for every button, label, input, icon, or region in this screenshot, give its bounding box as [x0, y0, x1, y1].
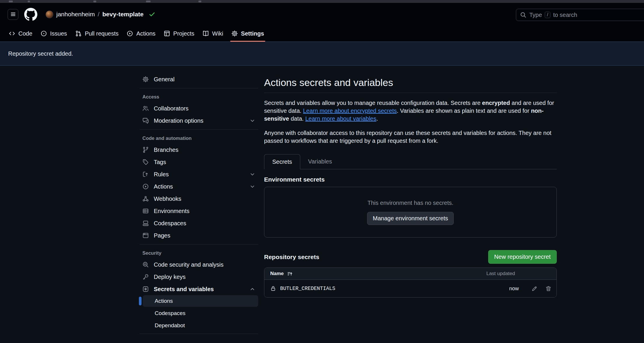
sidebar-subitem-codespaces[interactable]: Codespaces — [139, 307, 258, 319]
tab-code[interactable]: Code — [5, 26, 36, 41]
sidebar-item-moderation-options[interactable]: Moderation options — [139, 115, 258, 127]
text: . — [376, 115, 378, 122]
tab-label: Code — [18, 30, 32, 37]
link-variables[interactable]: Learn more about variables — [305, 115, 376, 122]
table-row: BUTLER_CREDENTIALS now — [264, 280, 556, 297]
hamburger-menu-button[interactable] — [8, 9, 18, 20]
flash-banner: Repository secret added. — [0, 42, 644, 66]
sidebar-section-code-automation: Code and automation — [139, 132, 258, 144]
sidebar-item-label: Actions — [155, 298, 173, 304]
divider — [264, 93, 557, 93]
environment-secrets-box: This environment has no secrets. Manage … — [264, 187, 557, 238]
edit-secret-button[interactable] — [531, 286, 537, 292]
sidebar-item-rules[interactable]: Rules — [139, 168, 258, 180]
sidebar-item-label: Code security and analysis — [154, 261, 224, 268]
divider — [139, 334, 258, 334]
pencil-icon — [531, 286, 537, 292]
column-header-name[interactable]: Name — [270, 271, 284, 277]
play-icon — [142, 183, 149, 190]
sort-ascending-icon[interactable] — [287, 271, 293, 277]
book-icon — [203, 30, 209, 37]
sidebar-section-security: Security — [139, 247, 258, 258]
sidebar-item-secrets-and-variables[interactable]: Secrets and variables — [139, 283, 258, 295]
sidebar-item-deploy-keys[interactable]: Deploy keys — [139, 271, 258, 283]
divider — [139, 88, 258, 88]
breadcrumb-owner[interactable]: janhohenheim — [56, 11, 95, 18]
sidebar-item-label: Deploy keys — [154, 274, 186, 280]
sidebar-item-branches[interactable]: Branches — [139, 144, 258, 156]
delete-secret-button[interactable] — [545, 286, 551, 292]
table-icon — [164, 30, 170, 37]
sidebar-section-access: Access — [139, 91, 258, 102]
webhook-icon — [142, 196, 149, 202]
tag-icon — [142, 159, 149, 165]
browser-tab-strip — [0, 0, 644, 3]
text: . Variables are shown as plain text and … — [397, 108, 531, 114]
chevron-up-icon — [249, 286, 255, 292]
breadcrumb-repo[interactable]: bevy-template — [102, 11, 144, 18]
browser-icon — [142, 232, 149, 239]
sidebar-item-label: Tags — [154, 159, 166, 166]
page-title: Actions secrets and variables — [264, 77, 557, 88]
chevron-down-icon — [249, 184, 255, 189]
tab-settings[interactable]: Settings — [227, 26, 268, 41]
tab-secrets[interactable]: Secrets — [264, 154, 300, 169]
sidebar-subitem-actions[interactable]: Actions — [143, 295, 258, 307]
search-input[interactable]: Type / to search — [516, 9, 644, 21]
sidebar-item-label: Webhooks — [154, 196, 181, 202]
sidebar-item-label: Codespaces — [155, 310, 186, 316]
slash-key-badge: / — [545, 12, 550, 18]
sidebar-item-codespaces[interactable]: Codespaces — [139, 217, 258, 229]
sidebar-item-webhooks[interactable]: Webhooks — [139, 193, 258, 205]
three-bars-icon — [10, 11, 16, 17]
browser-tab-fragment — [93, 1, 96, 2]
search-placeholder-pre: Type — [529, 12, 542, 18]
manage-environment-secrets-button[interactable]: Manage environment secrets — [367, 212, 454, 225]
text-bold: encrypted — [482, 100, 510, 106]
sidebar-item-label: Environments — [154, 208, 189, 214]
tab-actions[interactable]: Actions — [123, 26, 160, 41]
text: data. — [289, 115, 306, 122]
sidebar-item-collaborators[interactable]: Collaborators — [139, 102, 258, 115]
tab-label: Settings — [241, 30, 264, 37]
app-header: janhohenheim / bevy-template Type / to s… — [0, 3, 644, 26]
chevron-down-icon — [249, 171, 255, 177]
sidebar-item-label: Moderation options — [154, 117, 203, 124]
environment-empty-text: This environment has no secrets. — [367, 200, 453, 206]
sidebar-item-tags[interactable]: Tags — [139, 156, 258, 168]
breadcrumb-separator: / — [98, 11, 100, 18]
divider — [139, 244, 258, 245]
table-header-row: Name Last updated — [264, 268, 556, 280]
breadcrumb: janhohenheim / bevy-template — [46, 10, 155, 18]
tab-label: Actions — [136, 30, 156, 37]
repository-secrets-table: Name Last updated BUTLER_CREDENTIALS now — [264, 268, 557, 298]
issue-opened-icon — [41, 30, 47, 37]
link-encrypted-secrets[interactable]: Learn more about encrypted secrets — [303, 108, 397, 114]
gear-icon — [142, 76, 149, 82]
browser-tab-fragment — [146, 1, 151, 2]
code-scan-icon — [142, 261, 149, 268]
tab-issues[interactable]: Issues — [36, 26, 71, 41]
browser-tab-fragment — [28, 1, 30, 2]
github-logo-icon[interactable] — [24, 8, 37, 21]
sidebar-item-actions[interactable]: Actions — [139, 180, 258, 193]
sidebar-item-environments[interactable]: Environments — [139, 205, 258, 217]
new-repository-secret-button[interactable]: New repository secret — [488, 250, 557, 264]
repo-nav: Code Issues Pull requests Actions Projec… — [0, 26, 644, 42]
secrets-variables-tabs: Secrets Variables — [264, 154, 557, 169]
active-indicator-bar — [139, 297, 142, 305]
sidebar-subitem-dependabot[interactable]: Dependabot — [139, 320, 258, 331]
tab-projects[interactable]: Projects — [160, 26, 198, 41]
sidebar-item-label: Secrets and variables — [154, 286, 214, 293]
sidebar-item-code-security[interactable]: Code security and analysis — [139, 258, 258, 271]
secret-name: BUTLER_CREDENTIALS — [280, 286, 335, 291]
sidebar-item-general[interactable]: General — [139, 73, 258, 85]
sidebar-item-pages[interactable]: Pages — [139, 229, 258, 242]
tab-wiki[interactable]: Wiki — [198, 26, 227, 41]
tab-label: Issues — [50, 30, 67, 37]
server-icon — [142, 208, 149, 214]
sidebar-item-label: Branches — [154, 147, 179, 153]
tab-pull-requests[interactable]: Pull requests — [71, 26, 123, 41]
avatar[interactable] — [46, 10, 53, 18]
tab-variables[interactable]: Variables — [300, 154, 340, 169]
